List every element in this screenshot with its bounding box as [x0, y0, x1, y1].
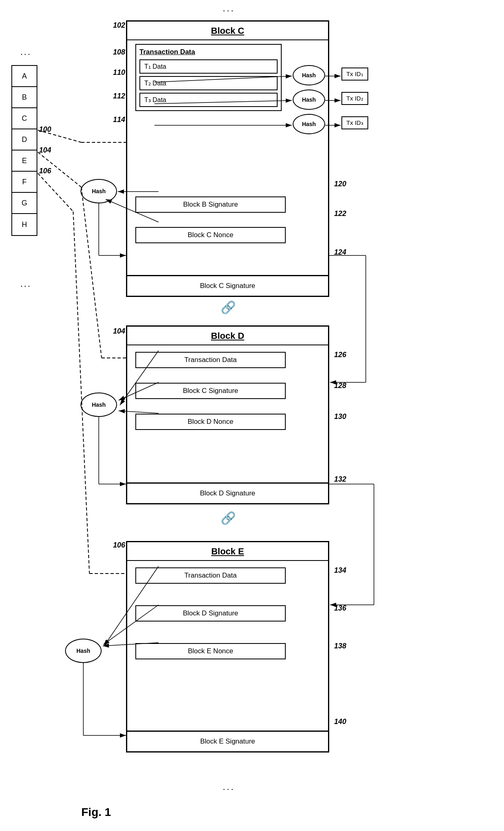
- chain-cell-a: A: [12, 66, 37, 87]
- ref-132: 132: [334, 475, 346, 484]
- main-container: ... ... A B C D E F G H ... 100 104 106 …: [0, 0, 504, 831]
- block-c: Block C Transaction Data T₁ Data T₂ Data…: [126, 20, 329, 297]
- hash-circle-block-d: Hash: [80, 393, 117, 417]
- block-c-t1-row: T₁ Data: [139, 59, 278, 74]
- chain-cell-e: E: [12, 150, 37, 172]
- hash-label-t2: Hash: [302, 96, 316, 103]
- chain-cell-d: D: [12, 129, 37, 150]
- chain-link-d-e: 🔗: [221, 511, 236, 525]
- svg-line-5: [81, 187, 102, 358]
- block-e-nonce-field: Block E Nonce: [135, 643, 286, 659]
- block-e-own-sig: Block E Signature: [127, 731, 328, 751]
- block-c-sig-field: Block B Signature: [135, 196, 286, 213]
- hash-label-t3: Hash: [302, 121, 316, 127]
- hash-circle-block-e: Hash: [65, 639, 102, 663]
- block-c-own-sig: Block C Signature: [127, 275, 328, 296]
- ref-122: 122: [334, 209, 346, 218]
- block-c-t3-row: T₃ Data: [139, 93, 278, 107]
- hash-circle-t2: Hash: [293, 89, 325, 110]
- fig-caption: Fig. 1: [81, 806, 111, 819]
- chain-cell-h: H: [12, 214, 37, 235]
- chain-dots-bottom: ...: [20, 279, 31, 289]
- ref-140: 140: [334, 718, 346, 726]
- block-d-own-sig: Block D Signature: [127, 482, 328, 503]
- chain-cell-b: B: [12, 87, 37, 108]
- ref-136: 136: [334, 604, 346, 613]
- hash-label-block-e: Hash: [76, 648, 90, 654]
- svg-line-8: [73, 212, 89, 574]
- txid-box-2: Tx ID₂: [341, 92, 368, 105]
- hash-label-block-d: Hash: [92, 401, 106, 408]
- block-d-sig-field: Block C Signature: [135, 383, 286, 399]
- top-dots: ...: [223, 3, 235, 14]
- ref-104-blockd: 104: [113, 327, 125, 336]
- block-e: Block E Transaction Data Block D Signatu…: [126, 541, 329, 752]
- block-d-title: Block D: [127, 327, 328, 345]
- block-c-tx-data-title: Transaction Data: [139, 48, 278, 56]
- ref-112: 112: [113, 92, 125, 100]
- txid-box-3: Tx ID₃: [341, 116, 368, 129]
- ref-126: 126: [334, 351, 346, 359]
- ref-138: 138: [334, 642, 346, 650]
- ref-108: 108: [113, 48, 125, 57]
- block-d-nonce-field: Block D Nonce: [135, 414, 286, 430]
- hash-label-block-c: Hash: [92, 188, 106, 194]
- chain-cell-f: F: [12, 172, 37, 193]
- block-e-tx-data: Transaction Data: [135, 567, 286, 584]
- hash-label-t1: Hash: [302, 72, 316, 79]
- chain-dots-top: ...: [20, 47, 31, 57]
- bottom-dots: ...: [223, 782, 235, 792]
- block-c-tx-data-box: Transaction Data T₁ Data T₂ Data T₃ Data: [135, 44, 282, 111]
- block-e-title: Block E: [127, 542, 328, 561]
- block-c-t2-row: T₂ Data: [139, 76, 278, 90]
- block-c-title: Block C: [127, 22, 328, 40]
- ref-128: 128: [334, 382, 346, 390]
- ref-114: 114: [113, 116, 125, 124]
- ref-106-blocke: 106: [113, 541, 125, 550]
- chain-link-c-d: 🔗: [221, 300, 236, 314]
- hash-circle-block-c: Hash: [80, 179, 117, 203]
- block-c-nonce-field: Block C Nonce: [135, 227, 286, 243]
- hash-circle-t3: Hash: [293, 114, 325, 134]
- ref-134: 134: [334, 566, 346, 575]
- txid-box-1: Tx ID₁: [341, 68, 368, 81]
- ref-106-chain: 106: [39, 167, 51, 175]
- ref-100: 100: [39, 125, 51, 134]
- ref-120: 120: [334, 180, 346, 188]
- ref-124: 124: [334, 248, 346, 257]
- ref-130: 130: [334, 412, 346, 421]
- hash-circle-t1: Hash: [293, 65, 325, 85]
- ref-110: 110: [113, 68, 125, 77]
- block-e-sig-field: Block D Signature: [135, 605, 286, 622]
- ref-102: 102: [113, 21, 125, 30]
- chain-cell-c: C: [12, 108, 37, 129]
- block-d-tx-data: Transaction Data: [135, 352, 286, 368]
- block-d: Block D Transaction Data Block C Signatu…: [126, 325, 329, 504]
- ref-104-chain: 104: [39, 146, 51, 155]
- blockchain-list: A B C D E F G H: [11, 65, 37, 236]
- chain-cell-g: G: [12, 193, 37, 214]
- svg-line-7: [38, 173, 73, 212]
